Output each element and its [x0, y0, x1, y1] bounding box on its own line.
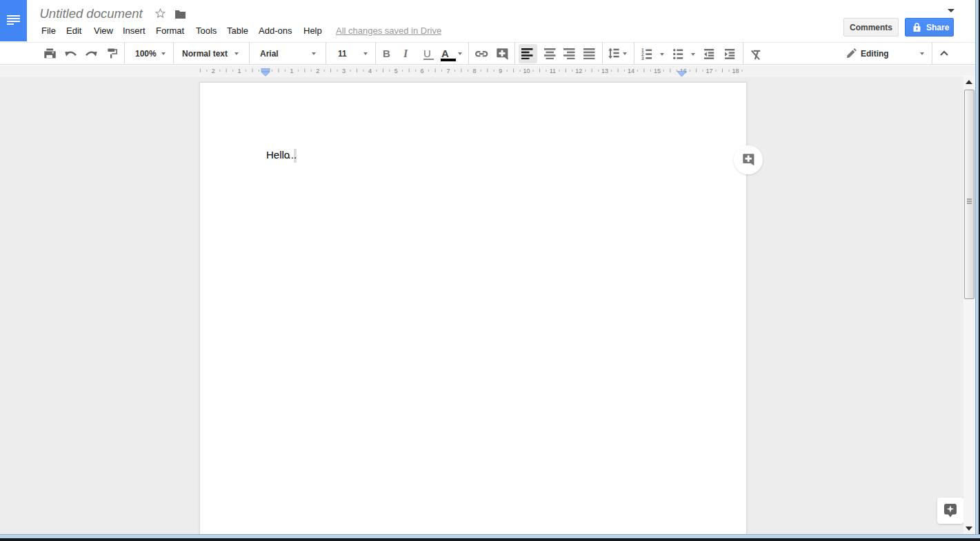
svg-text:8: 8: [472, 68, 476, 74]
svg-text:3: 3: [342, 68, 346, 74]
svg-text:14: 14: [628, 68, 634, 74]
svg-text:2: 2: [212, 68, 215, 74]
svg-text:1: 1: [238, 68, 241, 74]
svg-text:3: 3: [641, 56, 644, 60]
svg-text:6: 6: [421, 68, 424, 74]
svg-text:1: 1: [290, 68, 293, 74]
svg-text:9: 9: [499, 68, 502, 74]
svg-text:17: 17: [706, 68, 713, 74]
svg-text:5: 5: [394, 68, 398, 74]
svg-text:4: 4: [368, 68, 372, 74]
svg-text:10: 10: [523, 68, 530, 74]
svg-text:2: 2: [316, 68, 319, 74]
svg-text:11: 11: [550, 68, 556, 74]
svg-text:13: 13: [601, 68, 608, 74]
svg-text:18: 18: [732, 68, 739, 74]
svg-text:15: 15: [654, 68, 661, 74]
svg-text:7: 7: [446, 68, 450, 74]
svg-text:12: 12: [575, 68, 582, 74]
